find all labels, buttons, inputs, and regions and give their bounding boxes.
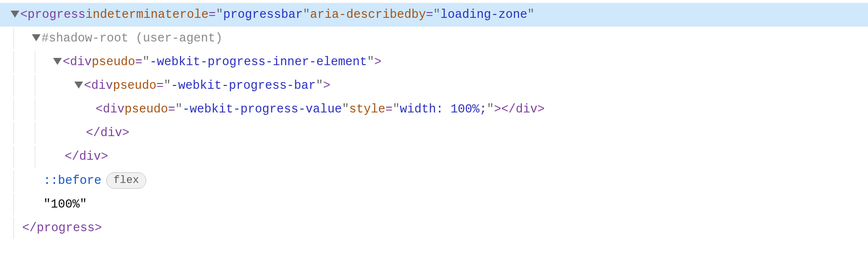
dom-tree-row[interactable]: </progress> (0, 216, 868, 240)
dom-tree-row[interactable]: </div> (0, 121, 868, 145)
tree-indent-gutter (0, 181, 43, 181)
shadow-root-label: #shadow-root (user-agent) (42, 30, 223, 46)
syntax-quote: " (392, 101, 400, 117)
syntax-punct: < (84, 78, 91, 94)
syntax-punct: > (323, 78, 330, 94)
syntax-attr-value: -webkit-progress-bar (171, 78, 316, 94)
syntax-punct: < (63, 54, 70, 70)
syntax-quote: " (175, 101, 182, 117)
syntax-punct: </ (501, 101, 516, 117)
syntax-tag-name: progress (37, 220, 95, 236)
display-mode-badge: flex (106, 172, 146, 189)
dom-tree-row[interactable]: ::beforeflex (0, 168, 868, 193)
syntax-punct: > (494, 101, 501, 117)
dom-tree-row[interactable]: <progress indeterminate role="progressba… (0, 3, 868, 27)
syntax-attr-name: indeterminate (85, 7, 180, 23)
tree-guide-line (14, 170, 14, 192)
tree-guide-line (35, 51, 35, 73)
tree-guide-line (35, 146, 35, 167)
tree-indent-gutter (0, 133, 86, 133)
syntax-punct: = (135, 54, 142, 70)
syntax-attr-name: pseudo (125, 101, 168, 117)
tree-indent-gutter (0, 85, 74, 86)
syntax-punct: = (209, 7, 216, 23)
syntax-punct: = (168, 101, 175, 117)
syntax-quote: " (142, 54, 150, 70)
tree-guide-line (14, 51, 14, 73)
syntax-quote: " (342, 101, 349, 117)
syntax-quote: " (164, 78, 171, 94)
dom-tree-row[interactable]: <div pseudo="-webkit-progress-bar"> (0, 74, 868, 98)
syntax-punct: > (95, 220, 102, 236)
text-node-content: "100%" (43, 196, 87, 212)
svg-marker-3 (74, 82, 83, 88)
syntax-attr-value: -webkit-progress-value (182, 101, 342, 117)
disclosure-triangle-icon[interactable] (11, 11, 19, 19)
syntax-quote: " (433, 7, 440, 23)
svg-marker-1 (32, 34, 41, 41)
syntax-attr-name: pseudo (92, 54, 135, 70)
syntax-attr-name: role (180, 7, 209, 23)
syntax-attr-name: pseudo (113, 78, 156, 94)
tree-guide-line (35, 98, 35, 120)
disclosure-triangle-icon[interactable] (53, 58, 62, 67)
disclosure-triangle-icon[interactable] (32, 34, 41, 43)
syntax-punct: > (374, 54, 381, 70)
dom-tree-row[interactable]: <div pseudo="-webkit-progress-value" sty… (0, 98, 868, 121)
syntax-quote: " (216, 7, 223, 23)
syntax-attr-name: aria-describedby (310, 7, 426, 23)
syntax-tag-name: progress (28, 7, 85, 23)
syntax-tag-name: div (70, 54, 92, 70)
syntax-attr-value: width: 100%; (400, 101, 487, 117)
pseudo-element-label: ::before (43, 173, 101, 189)
dom-tree-row[interactable]: <div pseudo="-webkit-progress-inner-elem… (0, 50, 868, 74)
syntax-punct: = (156, 78, 164, 94)
syntax-tag-name: div (91, 78, 113, 94)
syntax-punct: </ (65, 149, 79, 165)
syntax-punct: </ (22, 220, 37, 236)
svg-marker-2 (53, 58, 62, 65)
tree-guide-line (14, 146, 14, 167)
syntax-tag-name: div (100, 125, 122, 141)
syntax-punct: > (101, 149, 108, 165)
syntax-quote: " (316, 78, 323, 94)
disclosure-triangle-icon[interactable] (74, 82, 83, 90)
tree-guide-line (14, 194, 14, 215)
syntax-quote: " (367, 54, 374, 70)
tree-indent-gutter (0, 204, 43, 205)
syntax-punct: < (20, 7, 28, 23)
dom-tree-row[interactable]: </div> (0, 145, 868, 168)
syntax-punct: = (385, 101, 392, 117)
tree-guide-line (14, 98, 14, 120)
tree-guide-line (14, 28, 14, 49)
tree-indent-gutter (0, 228, 22, 228)
tree-indent-gutter (0, 14, 11, 15)
tree-guide-line (35, 75, 35, 97)
syntax-tag-name: div (516, 101, 537, 117)
syntax-attr-name: style (349, 101, 385, 117)
tree-indent-gutter (0, 38, 32, 39)
syntax-tag-name: div (103, 101, 125, 117)
dom-tree: <progress indeterminate role="progressba… (0, 0, 868, 243)
syntax-punct: </ (86, 125, 100, 141)
syntax-attr-value: -webkit-progress-inner-element (150, 54, 367, 70)
svg-marker-0 (11, 11, 19, 17)
dom-tree-row[interactable]: "100%" (0, 193, 868, 216)
syntax-quote: " (487, 101, 494, 117)
tree-guide-line (14, 75, 14, 97)
syntax-attr-value: progressbar (223, 7, 303, 23)
tree-guide-line (35, 122, 35, 144)
syntax-quote: " (303, 7, 310, 23)
tree-indent-gutter (0, 62, 53, 62)
syntax-punct: > (537, 101, 545, 117)
dom-tree-row[interactable]: #shadow-root (user-agent) (0, 27, 868, 50)
syntax-tag-name: div (79, 149, 101, 165)
tree-guide-line (14, 122, 14, 144)
syntax-punct: = (426, 7, 433, 23)
tree-indent-gutter (0, 156, 65, 157)
syntax-quote: " (527, 7, 534, 23)
syntax-attr-value: loading-zone (440, 7, 527, 23)
tree-indent-gutter (0, 109, 96, 110)
tree-guide-line (14, 217, 14, 239)
syntax-punct: > (122, 125, 129, 141)
